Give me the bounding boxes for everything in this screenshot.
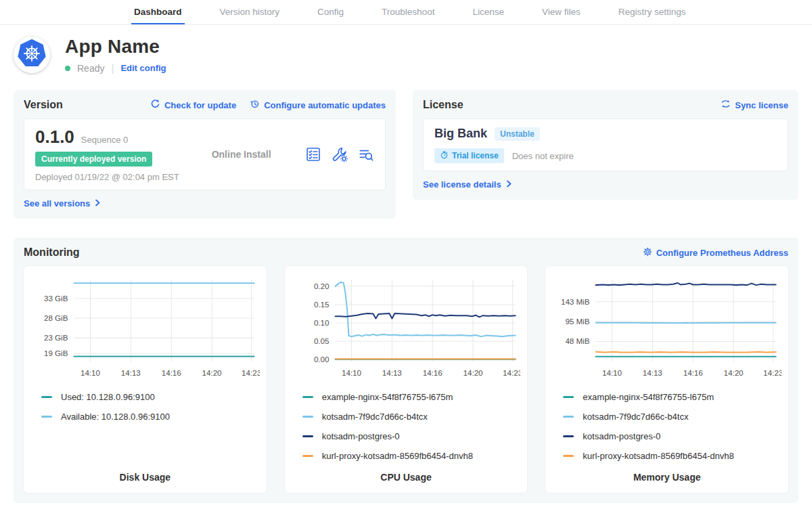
monitoring-charts: 14:1014:1314:1614:2014:2319 GiB23 GiB28 …	[24, 266, 788, 493]
legend-item: Available: 10.128.0.96:9100	[41, 412, 249, 422]
legend-color-dash	[563, 416, 574, 418]
tab-config[interactable]: Config	[298, 0, 363, 24]
svg-text:95 MiB: 95 MiB	[566, 317, 590, 326]
memory-usage-chart: 14:1014:1314:1614:2014:2348 MiB95 MiB143…	[552, 274, 782, 383]
disk-usage-chart-panel: 14:1014:1314:1614:2014:2319 GiB23 GiB28 …	[24, 266, 267, 493]
tab-dashboard[interactable]: Dashboard	[115, 0, 201, 24]
svg-text:0.15: 0.15	[314, 301, 330, 309]
cpu-usage-chart-panel: 14:1014:1314:1614:2014:230.000.050.100.1…	[285, 266, 528, 493]
svg-text:14:23: 14:23	[763, 369, 782, 377]
legend-color-dash	[41, 416, 52, 418]
monitoring-section: Monitoring Configure Prometheus Address …	[14, 238, 798, 503]
tab-view-files[interactable]: View files	[523, 0, 600, 24]
chevron-right-icon	[506, 179, 512, 190]
customer-name: Big Bank	[434, 127, 487, 141]
check-for-update-link[interactable]: Check for update	[150, 99, 236, 111]
svg-text:14:23: 14:23	[242, 369, 260, 377]
svg-text:14:23: 14:23	[503, 369, 521, 377]
svg-text:14:13: 14:13	[382, 369, 402, 377]
tab-version-history[interactable]: Version history	[201, 0, 299, 24]
tab-troubleshoot[interactable]: Troubleshoot	[363, 0, 453, 24]
svg-text:19 GiB: 19 GiB	[44, 349, 68, 357]
divider: |	[111, 62, 114, 74]
gear-icon	[643, 247, 652, 259]
view-logs-icon[interactable]	[358, 146, 374, 162]
svg-text:33 GiB: 33 GiB	[44, 294, 68, 303]
legend-label: example-nginx-54f8f76755-l675m	[583, 392, 714, 402]
legend-item: Used: 10.128.0.96:9100	[41, 392, 249, 402]
chart-title: Disk Usage	[30, 461, 260, 483]
sync-arrows-icon	[721, 99, 731, 111]
monitoring-title: Monitoring	[24, 246, 80, 259]
svg-text:14:16: 14:16	[683, 369, 703, 377]
tab-license[interactable]: License	[453, 0, 523, 24]
legend-color-dash	[41, 396, 52, 398]
cpu-usage-chart: 14:1014:1314:1614:2014:230.000.050.100.1…	[292, 274, 521, 383]
configure-auto-updates-link[interactable]: Configure automatic updates	[250, 99, 386, 111]
deployed-badge: Currently deployed version	[35, 152, 152, 167]
preflight-checks-icon[interactable]	[305, 146, 321, 162]
version-card-title: Version	[24, 99, 63, 111]
expiry-text: Does not expire	[512, 151, 574, 161]
schedule-clock-icon	[250, 99, 260, 111]
status-dot	[65, 66, 70, 71]
tab-registry-settings[interactable]: Registry settings	[600, 0, 705, 24]
deployed-timestamp: Deployed 01/19/22 @ 02:04 pm EST	[35, 172, 179, 182]
svg-text:143 MiB: 143 MiB	[561, 298, 590, 306]
trial-license-badge: Trial license	[434, 148, 504, 163]
legend-label: kotsadm-7f9dc7d66c-b4tcx	[322, 412, 428, 422]
svg-text:0.05: 0.05	[314, 337, 330, 345]
channel-badge: Unstable	[495, 127, 540, 141]
memory-usage-chart-panel: 14:1014:1314:1614:2014:2348 MiB95 MiB143…	[545, 266, 788, 493]
svg-text:14:13: 14:13	[121, 369, 141, 377]
license-card: License Sync license Big Bank Unstable T…	[413, 90, 798, 200]
svg-text:14:20: 14:20	[724, 369, 744, 377]
legend-label: Used: 10.128.0.96:9100	[61, 392, 155, 402]
edit-config-link[interactable]: Edit config	[120, 63, 166, 73]
legend-color-dash	[302, 455, 313, 457]
legend-label: kotsadm-postgres-0	[322, 431, 400, 441]
chart-title: CPU Usage	[292, 461, 521, 483]
legend-item: kotsadm-7f9dc7d66c-b4tcx	[302, 412, 510, 422]
stopwatch-icon	[440, 150, 449, 161]
svg-text:14:10: 14:10	[81, 369, 100, 377]
svg-text:14:10: 14:10	[342, 369, 361, 377]
see-all-versions-link[interactable]: See all versions	[24, 198, 101, 208]
legend-item: kurl-proxy-kotsadm-8569fb6454-dnvh8	[302, 451, 510, 461]
deployed-version-card: 0.1.0 Sequence 0 Currently deployed vers…	[24, 118, 386, 190]
license-card-title: License	[423, 99, 464, 111]
legend-label: kurl-proxy-kotsadm-8569fb6454-dnvh8	[583, 451, 734, 461]
svg-text:0.10: 0.10	[314, 319, 330, 327]
chart-legend: Used: 10.128.0.96:9100Available: 10.128.…	[30, 392, 260, 422]
license-detail-card: Big Bank Unstable Trial license Does not…	[423, 118, 788, 171]
svg-text:14:20: 14:20	[463, 369, 482, 377]
legend-item: kotsadm-postgres-0	[563, 431, 771, 441]
svg-text:48 MiB: 48 MiB	[566, 337, 590, 345]
config-wrench-icon[interactable]	[332, 146, 348, 162]
see-license-details-link[interactable]: See license details	[423, 179, 512, 190]
version-number: 0.1.0	[35, 127, 74, 148]
disk-usage-chart: 14:1014:1314:1614:2014:2319 GiB23 GiB28 …	[30, 274, 260, 383]
legend-color-dash	[563, 455, 574, 457]
svg-text:28 GiB: 28 GiB	[44, 314, 68, 322]
legend-item: kotsadm-7f9dc7d66c-b4tcx	[563, 412, 771, 422]
sync-license-link[interactable]: Sync license	[721, 99, 788, 111]
legend-color-dash	[563, 435, 574, 437]
page-title: App Name	[65, 36, 166, 58]
legend-label: example-nginx-54f8f76755-l675m	[322, 392, 453, 402]
svg-text:14:20: 14:20	[202, 369, 222, 377]
legend-label: kotsadm-postgres-0	[583, 431, 660, 441]
configure-prometheus-link[interactable]: Configure Prometheus Address	[643, 247, 788, 259]
chart-legend: example-nginx-54f8f76755-l675mkotsadm-7f…	[552, 392, 782, 461]
legend-item: example-nginx-54f8f76755-l675m	[563, 392, 771, 402]
svg-text:14:16: 14:16	[162, 369, 181, 377]
legend-item: kurl-proxy-kotsadm-8569fb6454-dnvh8	[563, 451, 771, 461]
legend-color-dash	[563, 396, 574, 398]
svg-text:0.00: 0.00	[314, 355, 330, 364]
install-type-label: Online Install	[212, 149, 271, 160]
chart-legend: example-nginx-54f8f76755-l675mkotsadm-7f…	[292, 392, 521, 461]
legend-label: kotsadm-7f9dc7d66c-b4tcx	[583, 412, 688, 422]
version-card: Version Check for update Configure autom…	[14, 90, 396, 219]
legend-label: Available: 10.128.0.96:9100	[61, 412, 170, 422]
sequence-label: Sequence 0	[81, 135, 128, 145]
